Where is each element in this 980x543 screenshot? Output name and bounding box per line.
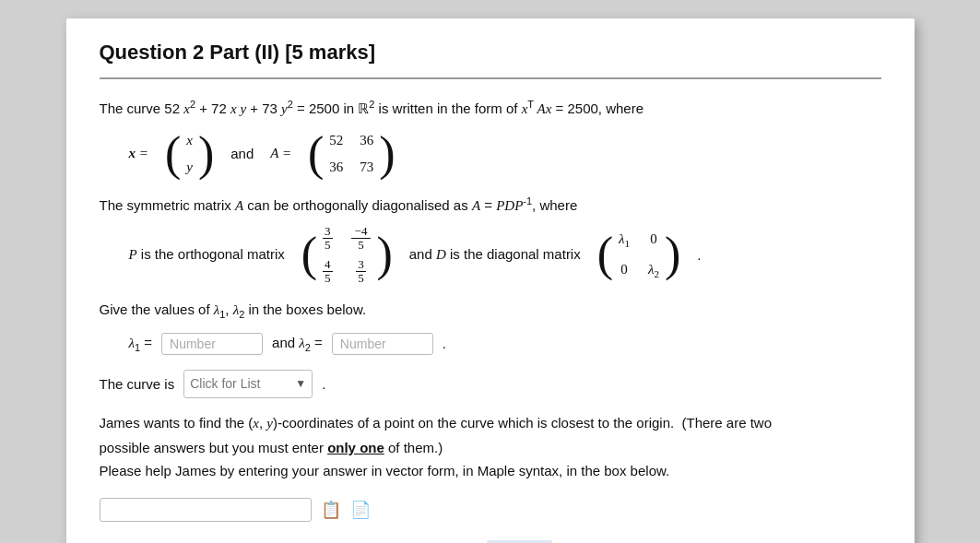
period-3: . [322, 372, 325, 396]
x-cell-x: x [186, 129, 193, 153]
symmetric-section: The symmetric matrix A can be orthogonal… [100, 193, 881, 286]
page-title: Question 2 Part (II) [5 marks] [100, 41, 376, 64]
left-paren-A: ( [308, 133, 324, 176]
and-D-label: and D is the diagonal matrix [409, 242, 581, 267]
curve-dropdown[interactable]: Click for List ▼ [183, 370, 313, 399]
james-line1: James wants to find the (x, y)-coordinat… [100, 411, 881, 436]
lambda2-input[interactable] [332, 333, 433, 355]
D-cells: λ1 0 0 λ2 [613, 228, 665, 282]
answer-input-row: 📋 📄 [100, 496, 881, 525]
copy-icon[interactable]: 📄 [350, 496, 371, 525]
period-2: . [443, 332, 446, 356]
and-label: and [230, 142, 254, 166]
left-paren-D: ( [597, 233, 613, 277]
A-matrix: ( 52 36 36 73 ) [308, 129, 396, 180]
D-cell-10: 0 [619, 258, 630, 283]
x-cell-y: y [186, 156, 193, 180]
A-cell-10: 36 [329, 156, 343, 180]
intro-text: The curve 52 x2 + 72 x y + 73 y2 = 2500 … [100, 100, 644, 116]
paste-icon[interactable]: 📋 [321, 496, 341, 525]
D-cell-11: λ2 [648, 258, 659, 283]
james-section: James wants to find the (x, y)-coordinat… [100, 411, 881, 483]
symmetric-text: The symmetric matrix A can be orthogonal… [100, 197, 578, 213]
A-cell-11: 73 [360, 156, 373, 180]
P-cell-11: 35 [351, 258, 372, 286]
right-paren-A: ) [379, 133, 395, 176]
P-matrix: ( 35 −45 45 35 ) [301, 225, 393, 285]
title-bar: Question 2 Part (II) [5 marks] [100, 41, 881, 79]
intro-section: The curve 52 x2 + 72 x y + 73 y2 = 2500 … [100, 96, 881, 180]
x-equals-label: x = [129, 142, 148, 166]
right-paren-x: ) [198, 133, 214, 176]
james-line3: Please help James by entering your answe… [100, 459, 881, 483]
answer-section: 📋 📄 [100, 496, 881, 525]
right-paren-P: ) [376, 233, 392, 277]
P-cells: 35 −45 45 35 [317, 225, 376, 285]
D-matrix: ( λ1 0 0 λ2 ) [597, 228, 681, 282]
D-cell-01: 0 [648, 228, 659, 253]
P-cell-01: −45 [351, 225, 372, 253]
x-cells: x y [181, 129, 198, 180]
P-label: P is the orthogonal matrix [129, 242, 285, 267]
x-vector: ( x y ) [165, 129, 214, 180]
left-paren-x: ( [165, 133, 181, 176]
A-equals-label: A = [270, 142, 291, 166]
main-card: Question 2 Part (II) [5 marks] The curve… [66, 18, 915, 543]
curve-dropdown-section: The curve is Click for List ▼ . [100, 370, 881, 399]
answer-input[interactable] [100, 498, 312, 522]
give-values-section: Give the values of λ1, λ2 in the boxes b… [100, 298, 881, 356]
and-lambda2-label: and λ2 = [272, 331, 323, 357]
D-cell-00: λ1 [619, 228, 630, 253]
dropdown-label: Click for List [190, 373, 291, 395]
P-cell-10: 45 [323, 258, 333, 286]
lambda1-label: λ1 = [129, 331, 153, 357]
left-paren-P: ( [301, 233, 317, 277]
give-values-text: Give the values of λ1, λ2 in the boxes b… [100, 298, 881, 324]
right-paren-D: ) [665, 233, 680, 277]
dropdown-arrow-icon: ▼ [295, 374, 306, 393]
A-cell-00: 52 [329, 129, 343, 153]
period-1: . [697, 243, 701, 267]
matrix-display-row: x = ( x y ) and A = ( 52 36 36 73 [129, 129, 881, 180]
curve-is-label: The curve is [100, 372, 175, 396]
lambda1-input[interactable] [161, 333, 263, 355]
lambda-row: λ1 = and λ2 = . [129, 331, 881, 357]
note-section: Note: If the (x, y)-coordinates of your … [100, 537, 881, 543]
PD-row: P is the orthogonal matrix ( 35 −45 45 3… [129, 225, 881, 285]
curve-row: The curve is Click for List ▼ . [100, 370, 881, 399]
james-line2: possible answers but you must enter only… [100, 436, 881, 460]
P-cell-00: 35 [323, 225, 333, 253]
A-cell-01: 36 [360, 129, 373, 153]
A-cells: 52 36 36 73 [324, 129, 379, 180]
james-bold-text: only one [327, 440, 384, 455]
